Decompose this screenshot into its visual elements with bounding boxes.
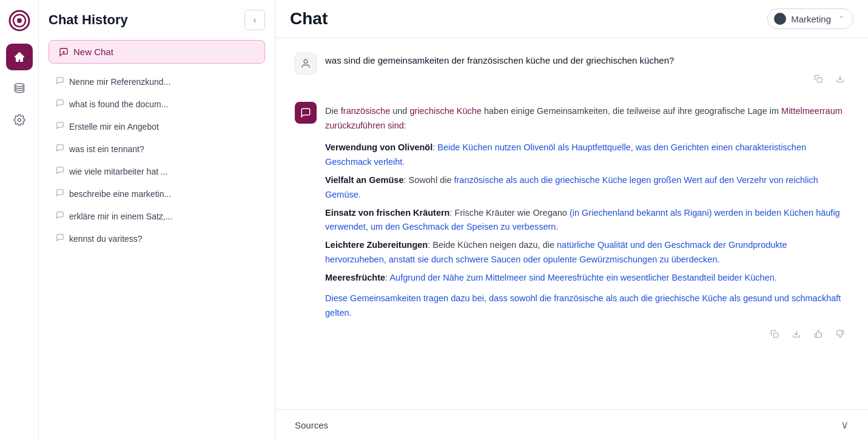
- database-icon: [13, 82, 25, 95]
- chat-item-text: beschreibe eine marketin...: [69, 189, 171, 199]
- svg-rect-10: [773, 333, 778, 338]
- new-chat-icon: [59, 47, 69, 57]
- thumbs-up-icon: [814, 330, 823, 338]
- chat-history-item[interactable]: Erstelle mir ein Angebot: [49, 116, 263, 137]
- chat-item-icon: [56, 166, 64, 176]
- user-message-actions: [325, 70, 849, 87]
- chat-item-text: wie viele mitarbeiter hat ...: [69, 167, 168, 176]
- chat-item-text: erkläre mir in einem Satz,...: [69, 212, 172, 221]
- user-message-text: was sind die gemeinsamkeiten der französ…: [325, 55, 849, 65]
- sources-header[interactable]: Sources ∨: [295, 418, 849, 432]
- user-message-content: was sind die gemeinsamkeiten der französ…: [325, 53, 849, 87]
- assistant-conclusion: Diese Gemeinsamkeiten tragen dazu bei, d…: [325, 292, 849, 321]
- chat-item-text: what is found the docum...: [69, 99, 168, 109]
- sidebar-header: Chat History ‹: [49, 10, 265, 30]
- chat-item-text: Nenne mir Referenzkund...: [69, 77, 170, 87]
- sources-section: Sources ∨: [275, 409, 868, 440]
- export-icon-2: [792, 330, 801, 338]
- copy-user-message-button[interactable]: [810, 70, 827, 87]
- assistant-message-row: Die französische und griechische Küche h…: [295, 102, 849, 342]
- chevron-icon: ⌃: [838, 15, 844, 23]
- copy-assistant-button[interactable]: [766, 325, 783, 342]
- chat-area: was sind die gemeinsamkeiten der französ…: [275, 38, 868, 409]
- user-icon: [300, 58, 311, 69]
- chat-item-text: was ist ein tennant?: [69, 144, 144, 154]
- copy-icon-2: [770, 330, 779, 338]
- assistant-icon: [300, 107, 311, 118]
- item-zubereitungen: Leichtere Zubereitungen: Beide Küchen ne…: [325, 238, 849, 267]
- thumbs-down-icon: [836, 330, 844, 338]
- nav-settings-button[interactable]: [6, 107, 33, 133]
- chat-history-item[interactable]: what is found the docum...: [49, 93, 263, 115]
- export-icon: [836, 75, 844, 83]
- chat-item-icon: [56, 211, 64, 221]
- chat-item-text: kennst du varitess?: [69, 234, 143, 244]
- nav-db-button[interactable]: [6, 75, 33, 102]
- sidebar-title: Chat History: [49, 12, 128, 28]
- settings-icon: [13, 114, 25, 126]
- icon-rail: [0, 0, 39, 440]
- chat-item-text: Erstelle mir ein Angebot: [69, 122, 159, 132]
- item-meeresfruchte: Meeresfrüchte: Aufgrund der Nähe zum Mit…: [325, 271, 849, 285]
- chat-history-item[interactable]: was ist ein tennant?: [49, 138, 263, 159]
- chat-history-item[interactable]: kennst du varitess?: [49, 228, 263, 249]
- user-avatar: [295, 53, 317, 75]
- thumbs-up-button[interactable]: [810, 325, 827, 342]
- svg-point-7: [304, 59, 308, 63]
- chat-history-list: Nenne mir Referenzkund... what is found …: [49, 71, 265, 440]
- assistant-message-content: Die französische und griechische Küche h…: [325, 102, 849, 342]
- assistant-body: Die französische und griechische Küche h…: [325, 104, 849, 321]
- chat-history-item[interactable]: Nenne mir Referenzkund...: [49, 71, 263, 92]
- user-message-row: was sind die gemeinsamkeiten der französ…: [295, 53, 849, 87]
- svg-point-4: [18, 119, 21, 122]
- top-bar: Chat Marketing ⌃: [275, 0, 868, 38]
- assistant-avatar: [295, 102, 317, 124]
- workspace-selector[interactable]: Marketing ⌃: [767, 8, 853, 29]
- nav-home-button[interactable]: [6, 44, 33, 70]
- assistant-intro: Die französische und griechische Küche h…: [325, 104, 849, 133]
- sources-label: Sources: [295, 420, 328, 430]
- main-content: Chat Marketing ⌃ was sind die gemeinsamk…: [275, 0, 868, 440]
- sources-chevron-icon: ∨: [841, 418, 849, 432]
- collapse-button[interactable]: ‹: [244, 10, 265, 30]
- export-assistant-button[interactable]: [788, 325, 805, 342]
- chevron-left-icon: ‹: [254, 15, 257, 25]
- item-olivenol: Verwendung von Olivenöl: Beide Küchen nu…: [325, 141, 849, 170]
- chat-item-icon: [56, 144, 64, 154]
- assistant-message-actions: [325, 325, 849, 342]
- thumbs-down-button[interactable]: [832, 325, 849, 342]
- chat-item-icon: [56, 76, 64, 87]
- svg-point-3: [15, 84, 24, 87]
- chat-history-item[interactable]: erkläre mir in einem Satz,...: [49, 205, 263, 227]
- chat-item-icon: [56, 188, 64, 199]
- svg-rect-8: [817, 78, 822, 82]
- home-icon: [13, 51, 25, 63]
- item-gemuse: Vielfalt an Gemüse: Sowohl die französis…: [325, 173, 849, 202]
- chat-item-icon: [56, 99, 64, 109]
- chat-item-icon: [56, 121, 64, 132]
- item-krauter: Einsatz von frischen Kräutern: Frische K…: [325, 206, 849, 235]
- new-chat-button[interactable]: New Chat: [49, 40, 265, 64]
- chat-item-icon: [56, 233, 64, 244]
- sidebar: Chat History ‹ New Chat Nenne mir Refere…: [39, 0, 275, 440]
- page-title: Chat: [290, 9, 328, 28]
- svg-point-2: [17, 18, 22, 23]
- chat-history-item[interactable]: beschreibe eine marketin...: [49, 183, 263, 204]
- new-chat-label: New Chat: [73, 47, 113, 57]
- app-logo: [6, 7, 33, 34]
- copy-icon: [814, 75, 823, 83]
- workspace-dot: [774, 13, 786, 25]
- chat-history-item[interactable]: wie viele mitarbeiter hat ...: [49, 161, 263, 182]
- export-user-message-button[interactable]: [832, 70, 849, 87]
- workspace-label: Marketing: [791, 14, 831, 24]
